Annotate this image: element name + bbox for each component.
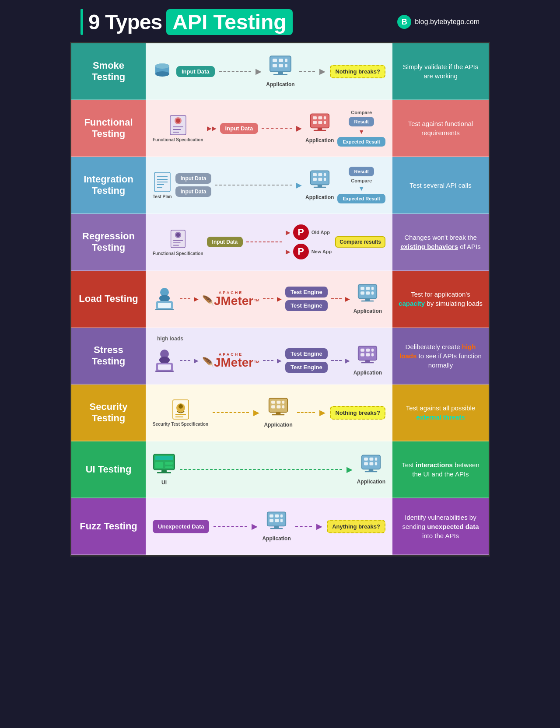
functional-result-pill: Result <box>349 117 374 126</box>
load-desc: Test for application's capacity by simul… <box>392 271 489 328</box>
integration-input2: Input Data <box>175 186 212 197</box>
svg-point-50 <box>159 295 170 302</box>
smoke-desc: Simply validate if the APIs are working <box>392 43 489 100</box>
svg-rect-60 <box>371 291 374 294</box>
svg-rect-102 <box>364 462 368 465</box>
svg-rect-87 <box>277 405 281 408</box>
load-person-icon <box>153 287 176 311</box>
svg-rect-86 <box>271 405 275 408</box>
svg-rect-23 <box>313 121 317 124</box>
svg-rect-103 <box>370 462 374 465</box>
regression-diagram: Functional Specification Input Data ▶ P … <box>146 214 392 271</box>
svg-rect-100 <box>370 458 374 461</box>
header: 9 Types API Testing B blog.bytebytego.co… <box>70 0 490 42</box>
integration-app-icon: Application <box>305 170 334 200</box>
integration-label: Integration Testing <box>71 157 146 214</box>
title-bar-decoration <box>80 9 83 35</box>
stress-app-icon: Application <box>354 345 382 376</box>
svg-point-79 <box>178 404 183 409</box>
regression-spec-label: Functional Specification <box>153 251 203 256</box>
svg-point-3 <box>155 63 169 69</box>
security-nothing-breaks: Nothing breaks? <box>330 406 385 420</box>
security-app-icon: Application <box>264 397 292 428</box>
svg-rect-71 <box>371 349 374 352</box>
svg-rect-19 <box>311 114 329 128</box>
ui-icon: UI <box>153 453 175 486</box>
content-grid: Smoke Testing Input Data ▶ <box>70 42 490 556</box>
svg-rect-97 <box>157 472 171 473</box>
svg-rect-83 <box>271 401 275 404</box>
svg-rect-90 <box>272 414 284 416</box>
svg-rect-22 <box>324 116 326 119</box>
functional-spec-icon: Functional Specification <box>153 115 203 142</box>
svg-rect-5 <box>273 59 277 62</box>
security-spec-icon: Security Test Specification <box>153 399 208 427</box>
functional-input-pill: Input Data <box>220 123 259 134</box>
stress-engine2: Test Engine <box>285 362 328 373</box>
svg-rect-52 <box>158 303 171 308</box>
svg-rect-108 <box>270 514 273 518</box>
regression-label: Regression Testing <box>71 214 146 271</box>
load-engine2: Test Engine <box>285 300 328 311</box>
svg-rect-73 <box>366 353 370 356</box>
svg-rect-36 <box>318 173 322 176</box>
svg-rect-58 <box>360 291 364 294</box>
svg-rect-21 <box>318 116 322 119</box>
stress-engine1: Test Engine <box>285 348 328 359</box>
old-app-icon: P <box>293 224 309 240</box>
svg-rect-55 <box>360 287 364 290</box>
svg-rect-113 <box>280 519 283 522</box>
svg-rect-112 <box>275 519 279 522</box>
svg-rect-92 <box>155 456 173 460</box>
functional-diagram: Functional Specification ▶▶ Input Data ▶ <box>146 100 392 157</box>
svg-rect-85 <box>282 401 284 404</box>
smoke-db-icon <box>153 62 172 81</box>
svg-rect-53 <box>155 309 174 310</box>
svg-rect-57 <box>371 287 374 290</box>
regression-input-pill: Input Data <box>207 237 243 247</box>
svg-rect-40 <box>324 178 326 181</box>
integration-expected-pill: Expected Result <box>337 194 385 203</box>
load-diagram: ▶ APACHE 🪶 JMeter ™ ▶ Test Engine Test E… <box>146 271 392 328</box>
svg-rect-7 <box>285 59 287 62</box>
security-spec-label: Security Test Specification <box>153 422 208 427</box>
smoke-input-pill: Input Data <box>176 66 215 77</box>
fuzz-diagram: Unexpected Data ▶ Application <box>146 498 392 555</box>
smoke-label: Smoke Testing <box>71 43 146 100</box>
ui-label: UI Testing <box>71 441 146 498</box>
integration-testplan-label: Test Plan <box>153 194 172 199</box>
svg-rect-101 <box>375 458 377 461</box>
svg-rect-66 <box>158 364 171 370</box>
integration-diagram: Test Plan Input Data Input Data ▶ <box>146 157 392 214</box>
old-app-label: Old App <box>312 230 330 235</box>
svg-rect-27 <box>314 130 326 131</box>
regression-compare-results: Compare results <box>335 236 385 248</box>
integration-compare-label: Compare <box>351 178 372 183</box>
svg-rect-99 <box>364 458 368 461</box>
load-app-icon: Application <box>354 284 382 314</box>
svg-rect-76 <box>361 362 374 364</box>
functional-app-label: Application <box>305 137 334 144</box>
svg-rect-34 <box>311 171 329 185</box>
integration-result-pill: Result <box>349 167 374 176</box>
fuzz-unexpected-pill: Unexpected Data <box>153 520 209 533</box>
load-jmeter-logo: APACHE 🪶 JMeter ™ <box>202 290 259 307</box>
new-app-label: New App <box>312 249 332 254</box>
security-app-label: Application <box>264 422 292 428</box>
svg-point-64 <box>159 357 170 364</box>
svg-rect-62 <box>361 301 374 302</box>
svg-rect-111 <box>270 519 273 522</box>
svg-rect-110 <box>280 514 283 518</box>
fuzz-desc: Identify vulnerabilities by sending unex… <box>392 498 489 555</box>
ui-box-label: UI <box>161 480 167 486</box>
svg-rect-88 <box>282 405 284 408</box>
smoke-app-icon: Application <box>266 55 294 88</box>
integration-testplan-icon: Test Plan <box>153 172 172 199</box>
integration-app-label: Application <box>305 194 334 200</box>
ui-diagram: UI ▶ Application <box>146 441 392 498</box>
stress-label: Stress Testing <box>71 328 146 385</box>
svg-point-2 <box>155 71 169 77</box>
smoke-app-label: Application <box>266 81 294 88</box>
svg-rect-95 <box>165 466 173 468</box>
fuzz-app-label: Application <box>262 536 290 542</box>
